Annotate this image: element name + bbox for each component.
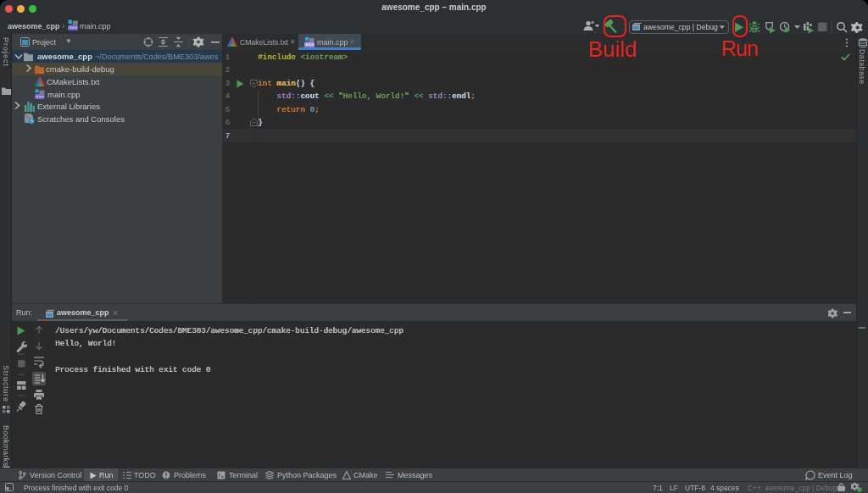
svg-text:~/Documents/Codes/BME303/awes: ~/Documents/Codes/BME303/awes	[95, 53, 219, 61]
svg-text:CMakeLists.txt: CMakeLists.txt	[47, 77, 100, 86]
svg-text:Structure: Structure	[2, 365, 10, 402]
svg-text:Database: Database	[858, 49, 866, 85]
svg-text:cmake-build-debug: cmake-build-debug	[46, 64, 114, 74]
svg-text:Scratches and Consoles: Scratches and Consoles	[37, 114, 125, 124]
svg-text:Bookmarks: Bookmarks	[2, 425, 10, 467]
svg-text:Project: Project	[2, 37, 10, 67]
svg-text:awesome_cpp: awesome_cpp	[37, 52, 92, 61]
svg-text:main.cpp: main.cpp	[47, 90, 81, 99]
svg-text:awesome_cpp | Debug: awesome_cpp | Debug	[643, 23, 718, 31]
svg-text:External Libraries: External Libraries	[37, 102, 100, 111]
